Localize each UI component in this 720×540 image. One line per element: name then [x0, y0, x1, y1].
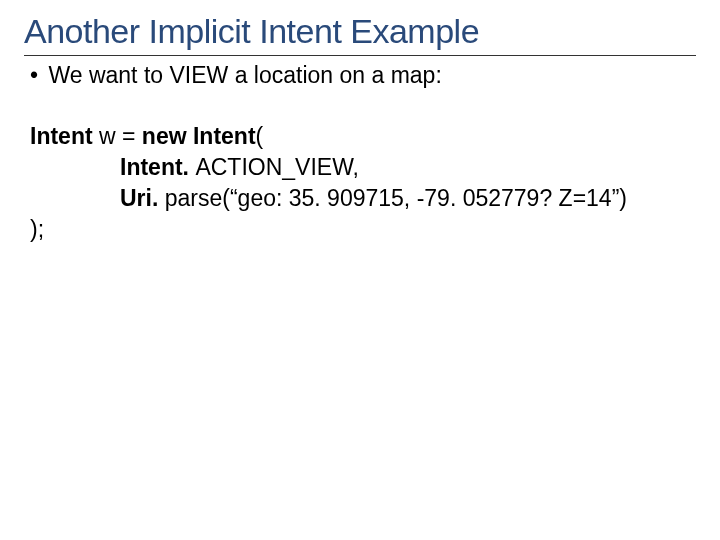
- bullet-marker: •: [30, 62, 38, 89]
- code-keyword: new Intent: [142, 123, 256, 149]
- code-line-1: Intent w = new Intent(: [30, 121, 696, 152]
- code-keyword: Intent: [30, 123, 99, 149]
- code-keyword: Intent.: [120, 154, 195, 180]
- code-line-3: Uri. parse(“geo: 35. 909715, -79. 052779…: [30, 183, 696, 214]
- code-text: parse(“geo: 35. 909715, -79. 052779? Z=1…: [165, 185, 627, 211]
- code-text: (: [256, 123, 264, 149]
- code-text: w =: [99, 123, 142, 149]
- slide-title: Another Implicit Intent Example: [24, 12, 696, 56]
- code-line-2: Intent. ACTION_VIEW,: [30, 152, 696, 183]
- bullet-item: • We want to VIEW a location on a map:: [30, 62, 696, 89]
- code-line-4: );: [30, 214, 696, 245]
- code-text: ACTION_VIEW,: [195, 154, 359, 180]
- bullet-text: We want to VIEW a location on a map:: [48, 62, 441, 88]
- code-block: Intent w = new Intent( Intent. ACTION_VI…: [30, 121, 696, 245]
- code-keyword: Uri.: [120, 185, 165, 211]
